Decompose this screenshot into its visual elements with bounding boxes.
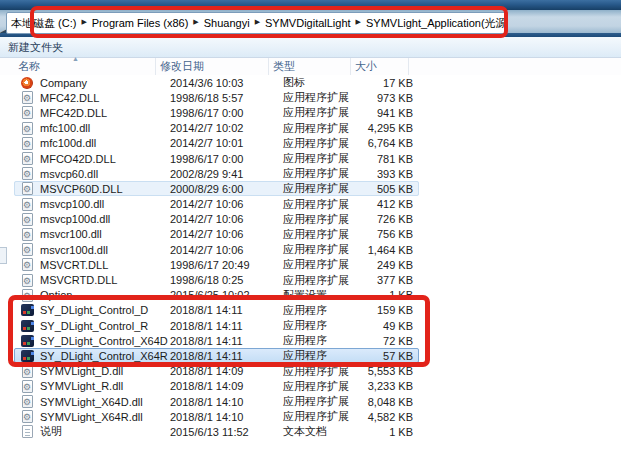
file-type: 应用程序扩展 bbox=[283, 394, 365, 409]
file-date-modified: 2018/8/1 14:10 bbox=[170, 396, 283, 408]
file-row[interactable]: msvcr100d.dll 2014/2/7 10:06 应用程序扩展 1,46… bbox=[0, 242, 621, 257]
file-row[interactable]: MFC42.DLL 1998/6/18 5:57 应用程序扩展 973 KB bbox=[0, 90, 621, 105]
dll-icon bbox=[22, 106, 33, 119]
file-row[interactable]: Company 2014/3/6 10:03 图标 17 KB bbox=[0, 75, 621, 90]
breadcrumb-separator-icon: ▶ bbox=[355, 18, 362, 26]
file-type: 应用程序 bbox=[283, 303, 365, 318]
file-date-modified: 2014/3/6 10:03 bbox=[170, 77, 283, 89]
file-name: SY_DLight_Control_D bbox=[40, 304, 170, 316]
dll-icon bbox=[22, 410, 33, 423]
file-type: 应用程序 bbox=[283, 333, 365, 348]
file-row[interactable]: mfc100d.dll 2014/2/7 10:01 应用程序扩展 6,764 … bbox=[0, 136, 621, 151]
file-type: 应用程序扩展 bbox=[283, 364, 365, 379]
app-icon bbox=[21, 350, 34, 362]
file-name: msvcp100.dll bbox=[40, 198, 170, 210]
file-date-modified: 2002/8/29 9:41 bbox=[170, 168, 283, 180]
file-row[interactable]: msvcp100.dll 2014/2/7 10:06 应用程序扩展 412 K… bbox=[0, 197, 621, 212]
file-date-modified: 2014/2/7 10:06 bbox=[170, 213, 283, 225]
file-row[interactable]: SY_DLight_Control_X64R 2018/8/1 14:11 应用… bbox=[0, 348, 621, 363]
file-type: 图标 bbox=[283, 75, 365, 90]
column-header-name-label: 名称 bbox=[18, 59, 40, 74]
file-type: 应用程序扩展 bbox=[283, 166, 365, 181]
breadcrumb-separator-icon: ▶ bbox=[254, 18, 261, 26]
file-size: 8,048 KB bbox=[365, 396, 419, 408]
file-date-modified: 2018/8/1 14:11 bbox=[170, 320, 283, 332]
dll-icon bbox=[22, 274, 33, 287]
file-type: 应用程序扩展 bbox=[283, 90, 365, 105]
file-row[interactable]: SYMVLight_R.dll 2018/8/1 14:09 应用程序扩展 3,… bbox=[0, 379, 621, 394]
file-row[interactable]: MSVCP60D.DLL 2000/8/29 6:00 应用程序扩展 505 K… bbox=[0, 181, 621, 196]
breadcrumb[interactable]: 本地磁盘 (C:) ▶ Program Files (x86) ▶ Shuang… bbox=[6, 12, 508, 34]
file-size: 973 KB bbox=[365, 92, 419, 104]
file-size: 3,233 KB bbox=[365, 380, 419, 392]
file-name: msvcp60.dll bbox=[40, 168, 170, 180]
file-name: msvcr100d.dll bbox=[40, 244, 170, 256]
breadcrumb-segment-program-files[interactable]: Program Files (x86) bbox=[88, 17, 193, 29]
file-row[interactable]: MFCO42D.DLL 1998/6/17 0:00 应用程序扩展 781 KB bbox=[0, 151, 621, 166]
file-name: SY_DLight_Control_R bbox=[40, 320, 170, 332]
file-size: 756 KB bbox=[365, 228, 419, 240]
file-size: 505 KB bbox=[365, 183, 419, 195]
file-list: Company 2014/3/6 10:03 图标 17 KB MFC42.DL… bbox=[0, 75, 621, 440]
file-row[interactable]: SYMVLight_D.dll 2018/8/1 14:09 应用程序扩展 5,… bbox=[0, 364, 621, 379]
file-name: mfc100d.dll bbox=[40, 137, 170, 149]
column-header-date-modified[interactable]: 修改日期 bbox=[156, 58, 269, 75]
file-row[interactable]: msvcp60.dll 2002/8/29 9:41 应用程序扩展 393 KB bbox=[0, 166, 621, 181]
file-size: 1 KB bbox=[365, 289, 419, 301]
file-date-modified: 2014/2/7 10:06 bbox=[170, 228, 283, 240]
dll-icon bbox=[22, 213, 33, 226]
sort-ascending-icon: ▲ bbox=[72, 55, 79, 62]
column-header-size-label: 大小 bbox=[355, 59, 377, 74]
breadcrumb-segment-symvdigitallight[interactable]: SYMVDigitalLight bbox=[261, 17, 355, 29]
new-folder-button[interactable]: 新建文件夹 bbox=[8, 40, 63, 55]
file-row[interactable]: MSVCRTD.DLL 1998/6/18 0:25 应用程序扩展 377 KB bbox=[0, 272, 621, 287]
file-name: Company bbox=[40, 77, 170, 89]
breadcrumb-segment-drive[interactable]: 本地磁盘 (C:) bbox=[7, 16, 80, 31]
file-row[interactable]: SY_DLight_Control_R 2018/8/1 14:11 应用程序 … bbox=[0, 318, 621, 333]
column-header-size[interactable]: 大小 bbox=[351, 58, 409, 75]
breadcrumb-segment-shuangyi[interactable]: Shuangyi bbox=[200, 17, 254, 29]
file-row[interactable]: 说明 2015/6/13 11:52 文本文档 1 KB bbox=[0, 424, 621, 439]
file-size: 57 KB bbox=[365, 350, 419, 362]
command-toolbar: 新建文件夹 bbox=[0, 37, 621, 58]
file-name: msvcr100.dll bbox=[40, 228, 170, 240]
file-row[interactable]: MSVCRT.DLL 1998/6/17 20:49 应用程序扩展 249 KB bbox=[0, 257, 621, 272]
file-size: 377 KB bbox=[365, 274, 419, 286]
file-row[interactable]: SYMVLight_X64D.dll 2018/8/1 14:10 应用程序扩展… bbox=[0, 394, 621, 409]
file-row[interactable]: Option 2015/6/25 10:02 配置设置 1 KB bbox=[0, 288, 621, 303]
file-name: SYMVLight_D.dll bbox=[40, 365, 170, 377]
column-header-type[interactable]: 类型 bbox=[269, 58, 351, 75]
column-header-name[interactable]: 名称 ▲ bbox=[0, 58, 156, 75]
breadcrumb-separator-icon: ▶ bbox=[192, 18, 199, 26]
file-name: msvcp100d.dll bbox=[40, 213, 170, 225]
file-date-modified: 1998/6/17 20:49 bbox=[170, 259, 283, 271]
breadcrumb-segment-application[interactable]: SYMVLight_Application(光源控制器测试程序) bbox=[362, 16, 508, 31]
file-date-modified: 1998/6/17 0:00 bbox=[170, 107, 283, 119]
file-row[interactable]: msvcp100d.dll 2014/2/7 10:06 应用程序扩展 726 … bbox=[0, 212, 621, 227]
column-header-date-label: 修改日期 bbox=[160, 59, 204, 74]
dll-icon bbox=[22, 380, 33, 393]
file-row[interactable]: SYMVLight_X64R.dll 2018/8/1 14:10 应用程序扩展… bbox=[0, 409, 621, 424]
file-row[interactable]: msvcr100.dll 2014/2/7 10:06 应用程序扩展 756 K… bbox=[0, 227, 621, 242]
dll-icon bbox=[22, 243, 33, 256]
file-type: 应用程序扩展 bbox=[283, 121, 365, 136]
file-type: 应用程序扩展 bbox=[283, 242, 365, 257]
file-row[interactable]: SY_DLight_Control_D 2018/8/1 14:11 应用程序 … bbox=[0, 303, 621, 318]
file-row[interactable]: SY_DLight_Control_X64D 2018/8/1 14:11 应用… bbox=[0, 333, 621, 348]
file-type: 应用程序扩展 bbox=[283, 181, 365, 196]
file-size: 72 KB bbox=[365, 335, 419, 347]
file-date-modified: 2018/8/1 14:11 bbox=[170, 304, 283, 316]
file-size: 5,553 KB bbox=[365, 365, 419, 377]
file-date-modified: 2014/2/7 10:06 bbox=[170, 244, 283, 256]
file-type: 应用程序扩展 bbox=[283, 409, 365, 424]
file-size: 159 KB bbox=[365, 304, 419, 316]
dll-icon bbox=[22, 395, 33, 408]
file-date-modified: 2018/8/1 14:10 bbox=[170, 411, 283, 423]
file-name: MSVCP60D.DLL bbox=[40, 183, 170, 195]
file-type: 应用程序 bbox=[283, 348, 365, 363]
dll-icon bbox=[22, 91, 33, 104]
file-row[interactable]: mfc100.dll 2014/2/7 10:02 应用程序扩展 4,295 K… bbox=[0, 121, 621, 136]
file-name: MFCO42D.DLL bbox=[40, 153, 170, 165]
file-row[interactable]: MFC42D.DLL 1998/6/17 0:00 应用程序扩展 941 KB bbox=[0, 105, 621, 120]
file-date-modified: 1998/6/17 0:00 bbox=[170, 153, 283, 165]
